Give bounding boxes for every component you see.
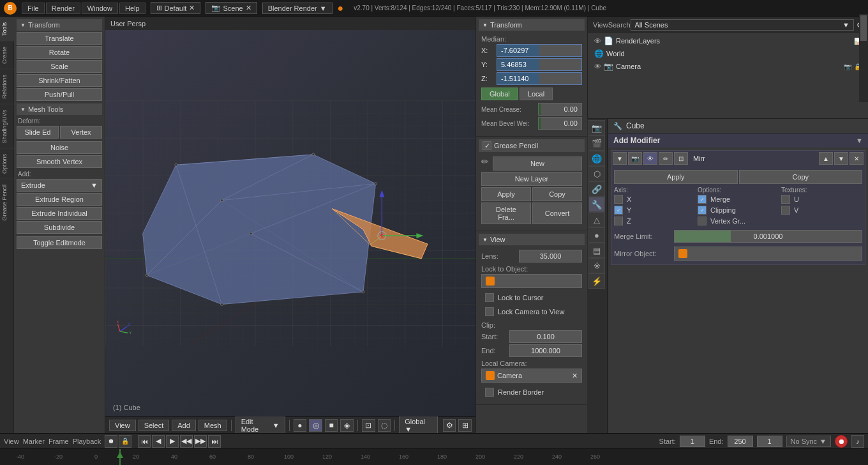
proportional-button[interactable]: ◌ [378, 419, 391, 432]
modifier-expand-button[interactable]: ▼ [613, 152, 627, 165]
global-button[interactable]: Global [481, 88, 518, 100]
toggle-editmode-button[interactable]: Toggle Editmode [17, 236, 102, 249]
texture-button[interactable]: ■ [325, 419, 338, 432]
menu-file[interactable]: File [22, 3, 45, 14]
tab-tools[interactable]: Tools [0, 17, 14, 41]
modifier-edit-button[interactable]: ✏ [659, 152, 673, 165]
clip-start-value[interactable]: 0.100 [509, 330, 582, 343]
play-reverse-button[interactable]: ◀◀ [180, 435, 193, 448]
tab-options[interactable]: Options [0, 148, 14, 179]
audio-mute-button[interactable]: ♪ [851, 435, 864, 448]
modifier-cage-button[interactable]: ⊡ [674, 152, 688, 165]
add-dropdown[interactable]: Extrude ▼ [17, 179, 102, 192]
modifier-render-button[interactable]: 📷 [628, 152, 642, 165]
modifier-visible-button[interactable]: 👁 [643, 152, 657, 165]
translate-button[interactable]: Translate [17, 32, 102, 45]
merge-checkbox[interactable]: ✓ [698, 195, 707, 204]
lock-to-object-field[interactable] [481, 274, 582, 288]
local-button[interactable]: Local [520, 88, 553, 100]
menu-help[interactable]: Help [119, 3, 146, 14]
transform-header[interactable]: Transform [17, 19, 102, 31]
viewport[interactable]: User Persp [105, 17, 475, 433]
vertex-gr-checkbox[interactable] [698, 217, 707, 225]
scene-selector[interactable]: 📷 Scene ✕ [206, 2, 257, 14]
snap-button[interactable]: ⊡ [362, 419, 375, 432]
menu-render[interactable]: Render [46, 3, 80, 14]
gp-copy-button[interactable]: Copy [532, 187, 582, 201]
skip-end-button[interactable]: ⏭ [208, 435, 221, 448]
mirror-object-field[interactable] [674, 247, 862, 261]
local-camera-field[interactable]: Camera ✕ [481, 369, 582, 383]
vertex-button[interactable]: Vertex [60, 126, 102, 139]
tab-modifiers[interactable]: 🔧 [588, 197, 605, 212]
visibility-icon-cam[interactable]: 👁 [594, 63, 601, 70]
engine-selector[interactable]: Blender Render ▼ [262, 3, 333, 14]
select-menu-button[interactable]: Select [138, 420, 170, 431]
timeline-ruler[interactable]: -40 -20 0 20 40 60 80 100 120 140 160 18… [0, 449, 868, 465]
lock-to-cursor-checkbox[interactable] [485, 293, 494, 302]
view-properties-button[interactable]: ⚙ [443, 419, 456, 432]
y-axis-checkbox[interactable]: ✓ [614, 206, 623, 215]
add-modifier-dropdown[interactable]: ▼ [856, 137, 863, 144]
mean-crease-field[interactable]: 0.00 [538, 103, 582, 116]
v-checkbox[interactable] [781, 206, 790, 215]
wireframe-button[interactable]: ◎ [309, 419, 322, 432]
tab-relations[interactable]: Relations [0, 69, 14, 104]
subdivide-button[interactable]: Subdivide [17, 221, 102, 234]
merge-limit-value[interactable]: 0.001000 [674, 230, 862, 243]
gp-delete-fra-button[interactable]: Delete Fra... [481, 202, 531, 224]
tab-shading[interactable]: Shading/UVs [0, 104, 14, 149]
add-menu-button[interactable]: Add [172, 420, 196, 431]
rendered-button[interactable]: ◈ [340, 419, 354, 432]
clipping-checkbox[interactable]: ✓ [698, 206, 707, 215]
tab-data[interactable]: △ [588, 212, 605, 227]
modifier-apply-button[interactable]: Apply [614, 170, 738, 184]
tab-materials[interactable]: ● [588, 227, 605, 243]
outliner-scrollbar-thumb[interactable] [860, 17, 867, 41]
mesh-menu-button[interactable]: Mesh [198, 420, 227, 431]
search-label[interactable]: Search [608, 21, 631, 29]
tab-scene[interactable]: 🎬 [588, 135, 605, 151]
tab-grease-pencil[interactable]: Grease Pencil [0, 179, 14, 226]
outliner-camera[interactable]: 👁 📷 Camera 📷 🔒 [589, 60, 867, 73]
skip-start-button[interactable]: ⏮ [138, 435, 151, 448]
noise-button[interactable]: Noise [17, 141, 102, 154]
timeline-playback-menu[interactable]: Playback [73, 438, 101, 445]
timeline-view-menu[interactable]: View [4, 438, 19, 445]
view-label[interactable]: View [593, 21, 608, 29]
global-selector[interactable]: Global ▼ [399, 416, 438, 434]
tab-create[interactable]: Create [0, 41, 14, 69]
lens-value[interactable]: 35.000 [519, 250, 582, 263]
tab-object[interactable]: ⬡ [588, 166, 605, 181]
sync-mode-selector[interactable]: No Sync ▼ [786, 436, 831, 447]
gp-new-layer-button[interactable]: New Layer [481, 172, 582, 186]
clip-end-value[interactable]: 1000.000 [509, 344, 582, 357]
sync-icon[interactable]: 🔒 [119, 435, 131, 448]
mode-selector[interactable]: Edit Mode ▼ [236, 416, 285, 434]
view-menu-button[interactable]: View [109, 420, 136, 431]
gp-new-button[interactable]: New [493, 156, 582, 171]
modifier-up-button[interactable]: ▲ [819, 152, 833, 165]
checkbox-gp[interactable]: ✓ [483, 141, 491, 150]
scene-dropdown[interactable]: All Scenes ▼ [631, 19, 854, 31]
end-frame-input[interactable]: 250 [728, 436, 753, 447]
extrude-region-button[interactable]: Extrude Region [17, 193, 102, 206]
modifier-copy-button[interactable]: Copy [739, 170, 863, 184]
modifier-delete-button[interactable]: ✕ [849, 152, 864, 165]
tab-world[interactable]: 🌐 [588, 151, 605, 166]
mesh-tools-header[interactable]: Mesh Tools [17, 103, 102, 115]
record-button[interactable]: ⏺ [105, 435, 117, 448]
viewport-canvas[interactable]: Z Y X (1) Cube [105, 30, 475, 416]
timeline-frame-menu[interactable]: Frame [49, 438, 69, 445]
gp-draw-icon[interactable]: ✏ [481, 156, 489, 171]
y-coord-input[interactable]: 5.46853 [497, 58, 582, 71]
mean-bevel-field[interactable]: 0.00 [538, 117, 582, 130]
transform-props-header[interactable]: Transform [479, 19, 585, 31]
outliner-scrollbar[interactable] [859, 17, 868, 102]
modifier-down-button[interactable]: ▼ [834, 152, 848, 165]
z-coord-input[interactable]: -1.51140 [497, 72, 582, 85]
tab-textures[interactable]: ▤ [588, 243, 605, 258]
outliner-renderlayers[interactable]: 👁 📄 RenderLayers 📊 [589, 34, 867, 47]
gp-apply-button[interactable]: Apply [481, 187, 531, 201]
tab-physics[interactable]: ⚡ [588, 273, 605, 289]
